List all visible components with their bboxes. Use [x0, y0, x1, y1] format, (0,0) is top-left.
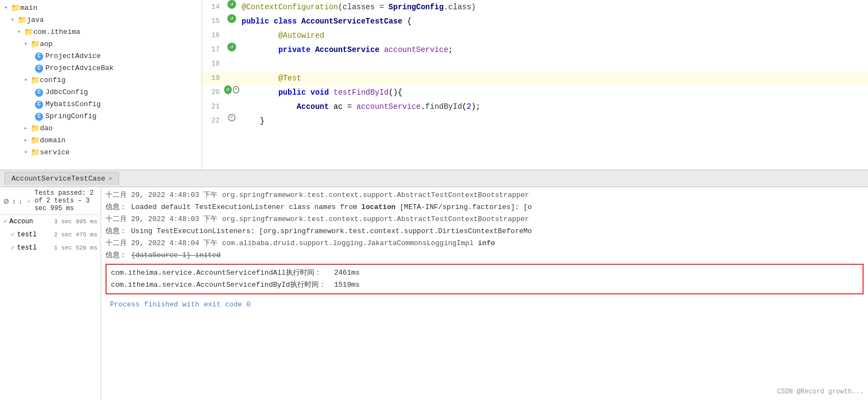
- console-output: 十二月 29, 2022 4:48:03 下午 org.springframew…: [101, 187, 868, 400]
- tree-item-jdbc-config[interactable]: C JdbcConfig: [0, 86, 202, 98]
- code-line-14: 14 ↺ @ContextConfiguration(classes = Spr…: [202, 0, 868, 14]
- tree-item-domain[interactable]: 📁 domain: [0, 135, 202, 147]
- code-content-20: public void testFindById(){: [239, 85, 868, 100]
- tree-label-mybatis-config: MybatisConfig: [45, 99, 101, 110]
- line-num-15: 15: [202, 14, 224, 28]
- footer-text: Process finished with exit code 0: [110, 300, 250, 309]
- log-line-4: 十二月 29, 2022 4:48:04 下午 com.alibaba.drui…: [105, 237, 864, 250]
- test-label-2: testl: [17, 242, 52, 253]
- down-arrow-20[interactable]: ▾: [233, 86, 239, 94]
- folder-icon-main: 📁: [11, 3, 20, 14]
- tree-label-dao: dao: [40, 123, 52, 134]
- stop-btn[interactable]: ⊘: [3, 195, 9, 206]
- code-content-15: public class AccountServiceTestCase {: [239, 14, 868, 28]
- down-arrow-22[interactable]: ▾: [228, 114, 236, 121]
- line-num-18: 18: [202, 57, 224, 71]
- folder-icon-domain: 📁: [31, 135, 40, 146]
- output-highlighted-box: com.itheima.service.AccountServicefindAl…: [105, 264, 864, 294]
- sort-asc-btn[interactable]: ↕: [11, 195, 16, 206]
- tree-item-project-advice-bak[interactable]: C ProjectAdviceBak: [0, 62, 202, 74]
- console-toolbar: ⊘ ↕ ↓ ✓ Tests passed: 2 of 2 tests – 3 s…: [0, 187, 101, 215]
- line-num-22: 22: [202, 114, 224, 128]
- folder-icon-java: 📁: [17, 15, 27, 26]
- gutter-17: ↺: [224, 43, 239, 51]
- expand-dao[interactable]: [24, 123, 31, 134]
- tree-item-com-itheima[interactable]: 📁 com.itheima: [0, 26, 202, 38]
- test-check-2: ✓: [11, 242, 15, 253]
- sort-desc-btn[interactable]: ↓: [18, 195, 22, 206]
- tree-label-project-advice-bak: ProjectAdviceBak: [45, 63, 114, 74]
- output-line-2: com.itheima.service.AccountServicefindBy…: [111, 279, 858, 291]
- test-time-2: 1 sec 520 ms: [54, 242, 97, 253]
- test-result-item-2[interactable]: ✓ testl 1 sec 520 ms: [0, 241, 101, 254]
- tree-label-com-itheima: com.itheima: [33, 27, 80, 38]
- tree-item-spring-config[interactable]: C SpringConfig: [0, 111, 202, 123]
- test-result-item-0[interactable]: ✓ Accoun 3 sec 995 ms: [0, 215, 101, 228]
- test-label-1: testl: [17, 229, 52, 240]
- gutter-20: ↺ ▾: [224, 85, 239, 94]
- test-check-1: ✓: [11, 229, 15, 240]
- tree-item-mybatis-config[interactable]: C MybatisConfig: [0, 98, 202, 111]
- tab-account-service-test-case[interactable]: AccountServiceTestCase ×: [4, 172, 119, 185]
- code-line-19: 19 @Test: [202, 71, 868, 85]
- gutter-22: ▾: [224, 114, 239, 121]
- log-line-5: 信息： {dataSource-1} inited: [105, 250, 864, 262]
- code-line-21: 21 Account ac = accountService.findById(…: [202, 100, 868, 114]
- expand-com-itheima[interactable]: [17, 27, 24, 38]
- line-num-20: 20: [202, 85, 224, 100]
- expand-domain[interactable]: [24, 135, 31, 146]
- expand-config[interactable]: [24, 75, 31, 86]
- output-line-1: com.itheima.service.AccountServicefindAl…: [111, 267, 858, 279]
- tree-label-java: java: [27, 15, 44, 26]
- code-content-22: }: [239, 114, 868, 128]
- expand-main[interactable]: [4, 3, 11, 14]
- tree-item-config[interactable]: 📁 config: [0, 74, 202, 86]
- class-icon-project-advice-bak: C: [35, 65, 43, 73]
- tree-item-project-advice[interactable]: C ProjectAdvice: [0, 50, 202, 62]
- expand-aop[interactable]: [24, 39, 31, 50]
- line-num-14: 14: [202, 0, 224, 14]
- code-content-21: Account ac = accountService.findById(2);: [239, 100, 868, 114]
- tree-item-dao[interactable]: 📁 dao: [0, 123, 202, 135]
- watermark: CSDN @Record growth...: [777, 386, 864, 398]
- tree-item-service[interactable]: 📁 service: [0, 147, 202, 159]
- tab-close-btn[interactable]: ×: [109, 176, 113, 182]
- tree-item-aop[interactable]: 📁 aop: [0, 38, 202, 50]
- expand-service[interactable]: [24, 147, 31, 158]
- tree-item-java[interactable]: 📁 java: [0, 14, 202, 26]
- expand-java[interactable]: [11, 15, 17, 26]
- run-icon-14[interactable]: ↺: [227, 0, 236, 9]
- tree-label-service: service: [40, 147, 70, 158]
- test-time-1: 2 sec 475 ms: [54, 229, 97, 240]
- class-icon-project-advice: C: [35, 53, 43, 61]
- run-icon-20[interactable]: ↺: [224, 85, 232, 94]
- run-icon-17[interactable]: ↺: [227, 43, 236, 51]
- code-line-20: 20 ↺ ▾ public void testFindById(){: [202, 85, 868, 100]
- class-icon-jdbc-config: C: [35, 89, 43, 97]
- tree-label-spring-config: SpringConfig: [45, 111, 97, 122]
- gutter-14: ↺: [224, 0, 239, 9]
- tree-label-config: config: [40, 75, 66, 86]
- log-line-1: 信息： Loaded default TestExecutionListener…: [105, 201, 864, 213]
- code-line-16: 16 @Autowired: [202, 28, 868, 43]
- code-content-16: @Autowired: [239, 28, 868, 43]
- gutter-15: ↺: [224, 14, 239, 23]
- class-icon-spring-config: C: [35, 113, 43, 121]
- code-line-22: 22 ▾ }: [202, 114, 868, 128]
- run-icon-15[interactable]: ↺: [227, 14, 236, 23]
- file-tree: 📁 main 📁 java 📁 com.itheima 📁 aop C Proj…: [0, 0, 202, 170]
- class-icon-mybatis-config: C: [35, 101, 43, 109]
- tab-label: AccountServiceTestCase: [11, 175, 105, 183]
- log-line-0: 十二月 29, 2022 4:48:03 下午 org.springframew…: [105, 189, 864, 201]
- tree-item-main[interactable]: 📁 main: [0, 2, 202, 14]
- folder-icon-service: 📁: [31, 147, 40, 158]
- line-num-19: 19: [202, 71, 224, 85]
- test-result-item-1[interactable]: ✓ testl 2 sec 475 ms: [0, 228, 101, 241]
- code-content-14: @ContextConfiguration(classes = SpringCo…: [239, 0, 868, 14]
- code-content-19: @Test: [239, 71, 868, 85]
- test-results-list: ✓ Accoun 3 sec 995 ms ✓ testl 2 sec 475 …: [0, 215, 101, 400]
- code-editor: 14 ↺ @ContextConfiguration(classes = Spr…: [202, 0, 868, 170]
- tests-passed-check-icon: ✓: [27, 198, 31, 205]
- folder-icon-aop: 📁: [31, 39, 40, 50]
- tree-label-main: main: [20, 3, 37, 14]
